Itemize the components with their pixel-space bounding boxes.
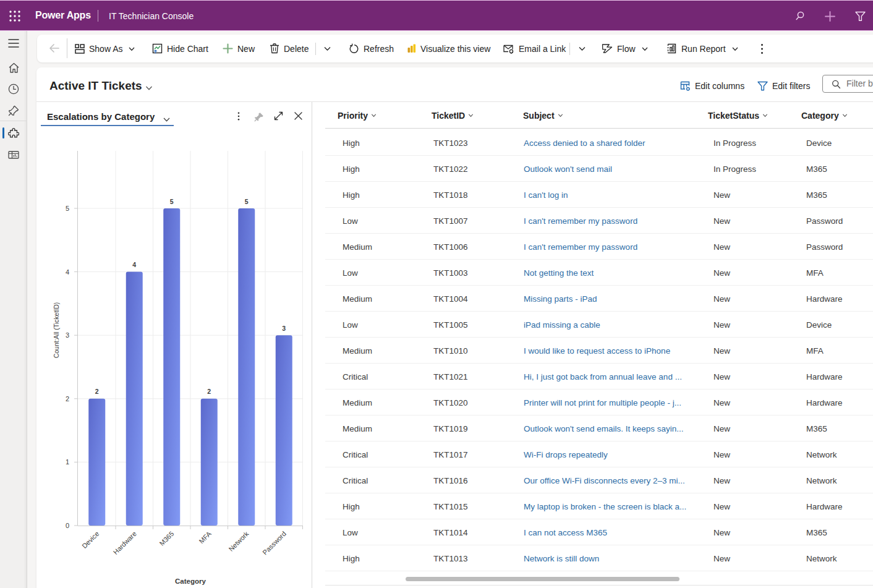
svg-text:MFA: MFA xyxy=(197,529,213,545)
svg-text:Network: Network xyxy=(227,530,250,553)
svg-text:2: 2 xyxy=(66,395,69,403)
svg-text:4: 4 xyxy=(66,268,69,276)
svg-text:3: 3 xyxy=(282,325,286,332)
svg-text:Password: Password xyxy=(261,530,287,556)
svg-text:Count:All (TicketID): Count:All (TicketID) xyxy=(53,302,60,359)
svg-text:5: 5 xyxy=(245,198,249,205)
svg-text:0: 0 xyxy=(66,522,69,529)
svg-text:5: 5 xyxy=(170,198,174,205)
svg-text:Device: Device xyxy=(80,530,100,550)
svg-text:2: 2 xyxy=(207,388,211,395)
svg-text:Category: Category xyxy=(175,577,206,585)
svg-text:2: 2 xyxy=(95,388,99,395)
svg-text:1: 1 xyxy=(66,458,69,466)
svg-text:M365: M365 xyxy=(158,530,175,547)
svg-text:5: 5 xyxy=(66,205,69,212)
svg-text:Hardware: Hardware xyxy=(112,530,138,556)
svg-text:3: 3 xyxy=(66,331,69,339)
svg-text:4: 4 xyxy=(132,261,136,268)
